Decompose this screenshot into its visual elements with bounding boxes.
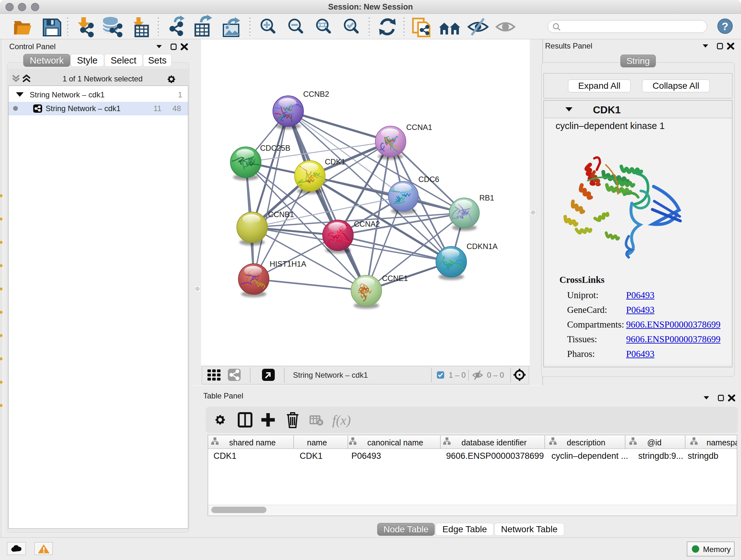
svg-text:description: description [567, 438, 605, 447]
svg-text:9606.ENSP00000378699: 9606.ENSP00000378699 [446, 451, 544, 461]
svg-text:CCNA1: CCNA1 [406, 123, 432, 132]
svg-text:shared name: shared name [229, 438, 276, 447]
svg-text:CDC6: CDC6 [418, 175, 439, 184]
svg-text:CCNB2: CCNB2 [303, 90, 329, 98]
svg-text:0 – 0: 0 – 0 [487, 371, 504, 379]
svg-text:CCNB1: CCNB1 [268, 210, 294, 219]
svg-text:@id: @id [647, 438, 662, 447]
svg-text:CDC25B: CDC25B [260, 144, 290, 152]
svg-text:CDK1: CDK1 [300, 451, 323, 461]
svg-text:HIST1H1A: HIST1H1A [270, 260, 307, 268]
svg-text:CCNA2: CCNA2 [354, 220, 380, 228]
svg-text:1 – 0: 1 – 0 [449, 371, 466, 379]
svg-text:P06493: P06493 [351, 451, 381, 461]
svg-text:String Network – cdk1: String Network – cdk1 [293, 371, 368, 379]
svg-text:CDK1: CDK1 [213, 451, 237, 461]
svg-text:CDKN1A: CDKN1A [467, 242, 497, 251]
svg-text:RB1: RB1 [479, 193, 494, 202]
svg-text:CDK1: CDK1 [325, 158, 345, 166]
svg-text:CCNE1: CCNE1 [382, 274, 408, 283]
svg-text:namespac: namespac [706, 438, 737, 447]
svg-text:f(x): f(x) [332, 413, 351, 428]
svg-text:database identifier: database identifier [461, 438, 527, 447]
svg-text:canonical name: canonical name [367, 438, 423, 447]
svg-text:stringdb: stringdb [688, 451, 718, 461]
svg-text:cyclin–dependent ...: cyclin–dependent ... [551, 451, 628, 461]
svg-text:name: name [307, 438, 327, 447]
svg-text:stringdb:9...: stringdb:9... [638, 451, 683, 461]
